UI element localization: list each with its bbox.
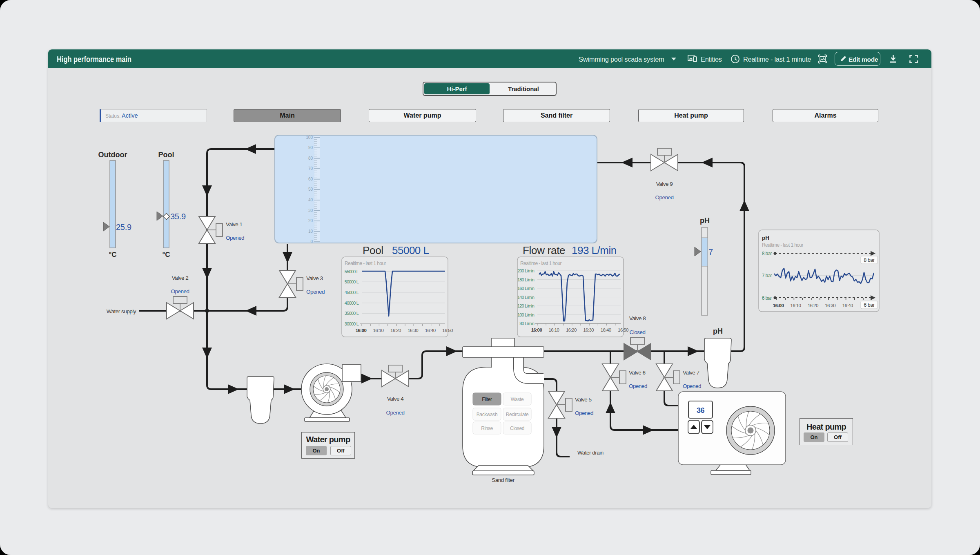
svg-text:Realtime - last 1 hour: Realtime - last 1 hour <box>762 242 803 248</box>
svg-text:Opened: Opened <box>226 235 244 241</box>
svg-text:200 L/min: 200 L/min <box>517 268 535 273</box>
svg-text:Realtime - last 1 hour: Realtime - last 1 hour <box>520 261 561 266</box>
svg-text:Recirculate: Recirculate <box>506 412 529 417</box>
svg-text:Realtime - last 1 hour: Realtime - last 1 hour <box>345 261 386 266</box>
svg-text:16:00: 16:00 <box>531 328 542 332</box>
svg-text:Valve 3: Valve 3 <box>306 275 323 281</box>
svg-text:55000 L: 55000 L <box>345 269 359 274</box>
svg-text:25.9: 25.9 <box>116 223 131 232</box>
svg-text:16:20: 16:20 <box>390 328 401 333</box>
svg-text:45000 L: 45000 L <box>345 290 359 295</box>
svg-text:8 bar: 8 bar <box>762 251 772 256</box>
svg-text:Water supply: Water supply <box>107 308 136 314</box>
svg-text:Valve 1: Valve 1 <box>226 221 243 227</box>
svg-text:50: 50 <box>308 187 313 192</box>
svg-text:80: 80 <box>308 156 313 160</box>
svg-text:Valve 5: Valve 5 <box>575 397 592 403</box>
svg-text:30: 30 <box>308 208 313 213</box>
svg-text:100: 100 <box>306 135 313 140</box>
svg-text:16:30: 16:30 <box>408 328 418 333</box>
svg-text:80 L/min: 80 L/min <box>519 321 534 326</box>
svg-text:Valve 8: Valve 8 <box>629 315 646 321</box>
svg-text:Opened: Opened <box>655 194 673 201</box>
svg-text:Valve 9: Valve 9 <box>656 181 673 187</box>
svg-text:16:00: 16:00 <box>773 303 784 308</box>
svg-text:Valve 4: Valve 4 <box>387 396 404 402</box>
svg-text:35.9: 35.9 <box>170 212 186 221</box>
svg-text:Opened: Opened <box>171 288 189 294</box>
svg-text:100 L/min: 100 L/min <box>517 312 535 317</box>
svg-text:Pool: Pool <box>158 151 174 159</box>
svg-text:Opened: Opened <box>683 383 701 389</box>
svg-text:36: 36 <box>697 406 705 415</box>
svg-text:40: 40 <box>308 198 313 202</box>
svg-text:16:50: 16:50 <box>442 328 453 333</box>
svg-text:35000 L: 35000 L <box>345 311 359 316</box>
svg-text:160 L/min: 160 L/min <box>517 286 535 291</box>
svg-text:10: 10 <box>308 229 313 234</box>
svg-text:°C: °C <box>109 251 116 259</box>
svg-text:Opened: Opened <box>306 289 325 295</box>
svg-text:16:00: 16:00 <box>356 328 367 333</box>
svg-text:7: 7 <box>708 247 713 256</box>
svg-text:Opened: Opened <box>575 410 593 416</box>
svg-text:Water drain: Water drain <box>577 450 604 456</box>
svg-text:8 bar: 8 bar <box>864 257 875 263</box>
svg-text:180 L/min: 180 L/min <box>517 277 535 282</box>
svg-text:40000 L: 40000 L <box>345 301 359 305</box>
svg-text:16:20: 16:20 <box>808 303 818 308</box>
svg-text:Opened: Opened <box>629 383 647 389</box>
svg-text:16:10: 16:10 <box>373 328 384 333</box>
svg-text:6 bar: 6 bar <box>864 302 875 308</box>
svg-text:20: 20 <box>308 218 313 223</box>
svg-text:Filter: Filter <box>482 397 492 402</box>
svg-text:7 bar: 7 bar <box>762 273 772 279</box>
svg-text:Rinse: Rinse <box>481 426 493 431</box>
svg-text:pH: pH <box>700 216 710 225</box>
svg-text:140 L/min: 140 L/min <box>517 295 535 300</box>
svg-text:90: 90 <box>308 145 313 150</box>
svg-text:Closed: Closed <box>510 426 524 431</box>
svg-text:Sand filter: Sand filter <box>492 477 514 483</box>
svg-text:6 bar: 6 bar <box>762 295 772 301</box>
svg-text:16:50: 16:50 <box>618 328 628 332</box>
svg-text:pH: pH <box>713 327 723 335</box>
svg-text:16:30: 16:30 <box>583 328 594 332</box>
svg-text:Flow rate: Flow rate <box>523 244 565 256</box>
svg-text:Valve 2: Valve 2 <box>172 275 189 281</box>
svg-text:50000 L: 50000 L <box>345 279 359 284</box>
svg-text:16:40: 16:40 <box>425 328 436 333</box>
svg-text:16:40: 16:40 <box>601 328 611 332</box>
svg-text:16:20: 16:20 <box>566 328 577 332</box>
svg-text:0: 0 <box>310 239 313 244</box>
svg-text:Closed: Closed <box>629 329 645 335</box>
svg-text:16:40: 16:40 <box>842 303 853 308</box>
svg-text:Valve 7: Valve 7 <box>683 370 699 376</box>
svg-text:Pool: Pool <box>363 244 383 256</box>
svg-text:60: 60 <box>308 177 313 181</box>
svg-text:30000 L: 30000 L <box>345 321 359 326</box>
svg-text:Valve 6: Valve 6 <box>629 370 646 376</box>
svg-text:70: 70 <box>308 166 313 171</box>
svg-text:120 L/min: 120 L/min <box>517 303 535 308</box>
svg-text:Outdoor: Outdoor <box>98 151 127 159</box>
svg-text:pH: pH <box>762 235 769 241</box>
svg-text:16:30: 16:30 <box>825 303 835 308</box>
svg-text:Backwash: Backwash <box>477 412 498 417</box>
svg-text:55000 L: 55000 L <box>392 244 429 256</box>
svg-text:Opened: Opened <box>386 410 404 416</box>
svg-text:Waste: Waste <box>511 397 524 402</box>
svg-text:°C: °C <box>162 251 170 259</box>
svg-text:193 L/min: 193 L/min <box>572 244 617 256</box>
svg-text:16:10: 16:10 <box>549 328 559 332</box>
svg-text:16:10: 16:10 <box>791 303 801 308</box>
